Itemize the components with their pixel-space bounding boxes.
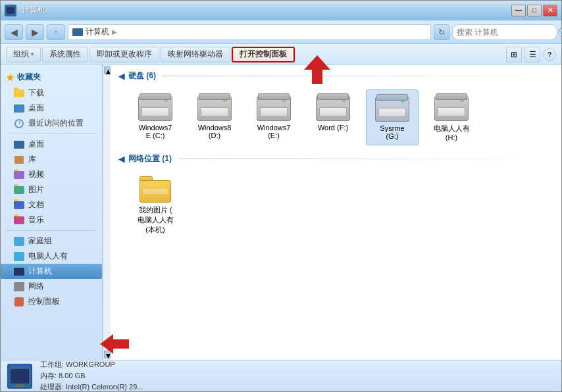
- monitor-icon: [11, 369, 29, 383]
- sidebar-item-recent[interactable]: 最近访问的位置: [1, 116, 102, 131]
- sidebar-doc-label: 文档: [28, 199, 44, 210]
- drive-label-h: 电脑人人有(H:): [434, 124, 470, 141]
- window-title: 计算机: [22, 5, 45, 16]
- sidebar-item-image[interactable]: 图片: [1, 182, 102, 197]
- help-button[interactable]: ?: [543, 48, 556, 61]
- view-button[interactable]: ⊞: [506, 47, 522, 62]
- processor-label: 处理器: Intel(R) Celeron(R) 29...: [40, 382, 143, 392]
- organize-dropdown-icon: ▾: [31, 51, 34, 57]
- sidebar-computer-label: 电脑人人有: [28, 251, 68, 262]
- section-divider: [163, 76, 553, 76]
- drive-label-d: Windows8(D:): [198, 124, 232, 139]
- sidebar-item-doc[interactable]: 文档: [1, 197, 102, 212]
- breadcrumb-bar[interactable]: 计算机 ▶: [68, 24, 431, 40]
- sidebar-item-video[interactable]: 视频: [1, 167, 102, 182]
- sidebar-item-music[interactable]: 音乐: [1, 212, 102, 228]
- drive-item-e[interactable]: Windows7(E:): [247, 89, 300, 145]
- view-list-button[interactable]: ☰: [524, 47, 540, 62]
- forward-button[interactable]: ▶: [26, 24, 44, 40]
- sidebar-item-mycomputer[interactable]: 计算机: [1, 264, 102, 279]
- hdd-icon-h: [434, 93, 469, 121]
- drive-label-g: Sysrme(G:): [380, 124, 404, 140]
- sidebar-mycomputer-label: 计算机: [28, 266, 52, 277]
- doc-icon: [14, 201, 24, 210]
- content-area: ◀ 硬盘 (6) Windows7E (C: [111, 65, 561, 360]
- sidebar-item-homegroup[interactable]: 家庭组: [1, 233, 102, 249]
- homegroup-icon: [14, 237, 24, 246]
- drive-label-c: Windows7E (C:): [139, 124, 172, 139]
- network-item-label: 我的图片 (电脑人人有(本机): [138, 205, 174, 235]
- breadcrumb-text: 计算机: [86, 26, 109, 37]
- hard-disks-section-header[interactable]: ◀ 硬盘 (6): [118, 70, 553, 82]
- sidebar-controlpanel-label: 控制面板: [28, 296, 60, 307]
- organize-button[interactable]: 组织 ▾: [6, 47, 41, 62]
- desktop-icon: [14, 104, 24, 113]
- sidebar-favorites-label: 收藏夹: [17, 72, 41, 83]
- search-input[interactable]: [457, 28, 555, 37]
- memory-label: 内存: 8.00 GB: [40, 371, 143, 381]
- open-control-panel-button[interactable]: 打开控制面板: [232, 47, 295, 62]
- library-icon: [14, 155, 24, 164]
- scrollbar-down-arrow[interactable]: ▼: [104, 351, 111, 358]
- toolbar: 组织 ▾ 系统属性 即卸或更改程序 映射网络驱动器 打开控制面板 ⊞ ☰ ?: [1, 44, 561, 65]
- sidebar-music-label: 音乐: [28, 214, 44, 226]
- sidebar-divider-1: [6, 134, 97, 134]
- sidebar-item-desktop[interactable]: 桌面: [1, 101, 102, 116]
- drive-item-d[interactable]: Windows8(D:): [188, 89, 241, 145]
- network-section-divider: [178, 159, 553, 159]
- sidebar-container: ★ 收藏夹 下载 桌面: [1, 65, 111, 360]
- scrollbar-up-arrow[interactable]: ▲: [104, 66, 111, 74]
- music-icon: [14, 216, 24, 225]
- back-button[interactable]: ◀: [5, 24, 23, 40]
- system-properties-button[interactable]: 系统属性: [42, 47, 88, 62]
- uninstall-button[interactable]: 即卸或更改程序: [89, 47, 159, 62]
- network-section-header[interactable]: ◀ 网络位置 (1): [118, 153, 553, 164]
- hdd-icon-f: [316, 93, 350, 121]
- search-bar[interactable]: 🔍: [452, 24, 557, 40]
- explorer-window: 计算机 — □ ✕ ◀ ▶ ↑ 计算机 ▶ ↻ 🔍 组织 ▾: [0, 0, 562, 392]
- close-button[interactable]: ✕: [543, 5, 557, 16]
- workgroup-label: 工作组: WORKGROUP: [40, 360, 143, 370]
- minimize-button[interactable]: —: [511, 5, 526, 16]
- main-area: ★ 收藏夹 下载 桌面: [1, 65, 561, 360]
- up-button[interactable]: ↑: [47, 24, 65, 40]
- map-network-button[interactable]: 映射网络驱动器: [161, 47, 230, 62]
- sidebar-video-label: 视频: [28, 169, 44, 180]
- sidebar-item-network[interactable]: 网络: [1, 279, 102, 294]
- drive-label-f: Word (F:): [318, 124, 348, 132]
- sidebar-favorites-header[interactable]: ★ 收藏夹: [1, 69, 102, 86]
- toolbar-right: ⊞ ☰ ?: [506, 47, 556, 62]
- hdd-icon-g: [375, 94, 409, 122]
- hdd-icon-d: [197, 93, 232, 121]
- sidebar-item-library[interactable]: 库: [1, 152, 102, 167]
- drive-label-e: Windows7(E:): [257, 124, 291, 139]
- sidebar-item-desktop2[interactable]: 桌面: [1, 137, 102, 152]
- network-item-mypics[interactable]: 我的图片 (电脑人人有(本机): [129, 172, 182, 239]
- hard-disks-chevron: ◀: [118, 72, 124, 81]
- maximize-button[interactable]: □: [527, 5, 542, 16]
- drive-item-c[interactable]: Windows7E (C:): [129, 89, 182, 145]
- sidebar-download-label: 下载: [28, 87, 44, 99]
- window-icon: [5, 5, 16, 16]
- sidebar-homegroup-label: 家庭组: [28, 235, 52, 247]
- drive-item-f[interactable]: Word (F:): [307, 89, 359, 145]
- address-bar: ◀ ▶ ↑ 计算机 ▶ ↻ 🔍: [1, 20, 561, 44]
- hard-disks-label: 硬盘 (6): [128, 70, 156, 82]
- titlebar-left: 计算机: [5, 5, 45, 16]
- computer-user-icon: [14, 252, 24, 261]
- refresh-button[interactable]: ↻: [434, 24, 449, 40]
- image-icon: [14, 185, 24, 195]
- network-grid: 我的图片 (电脑人人有(本机): [118, 170, 553, 244]
- sidebar-recent-label: 最近访问的位置: [28, 118, 84, 129]
- drive-item-h[interactable]: 电脑人人有(H:): [425, 89, 478, 145]
- download-folder-icon: [14, 89, 24, 98]
- hdd-icon-c: [138, 93, 172, 121]
- sidebar-scrollbar[interactable]: ▲ ▼: [103, 65, 111, 360]
- sidebar-item-controlpanel[interactable]: 控制面板: [1, 294, 102, 309]
- drive-item-g[interactable]: Sysrme(G:): [366, 89, 419, 145]
- controlpanel-icon: [14, 297, 24, 306]
- sidebar-desktop2-label: 桌面: [28, 139, 44, 150]
- sidebar-item-download[interactable]: 下载: [1, 86, 102, 101]
- sidebar-item-computer-user[interactable]: 电脑人人有: [1, 249, 102, 264]
- content-inner: ◀ 硬盘 (6) Windows7E (C: [111, 65, 561, 360]
